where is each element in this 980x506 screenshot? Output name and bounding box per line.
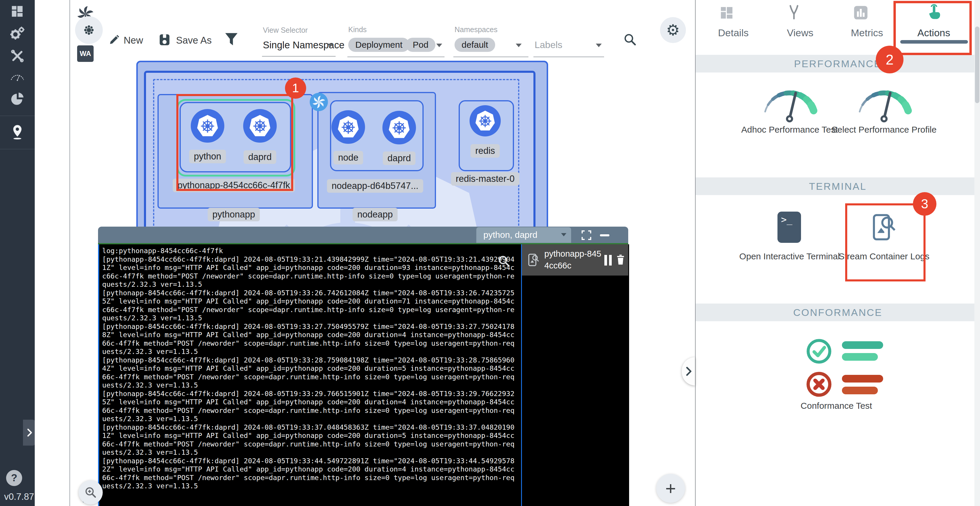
stream-logs-icon [527,253,540,267]
settings-button[interactable]: ⚙ [660,17,686,43]
log-tab[interactable]: pythonapp-8454cc66c [522,244,628,276]
gear-icon: ⚙ [666,22,680,38]
container-redis[interactable] [469,105,501,136]
labels-input[interactable]: Labels [535,40,562,50]
container-label: redis [471,144,500,158]
annotation-box-1 [177,94,293,191]
container-selector-dropdown[interactable]: python, daprd [476,227,571,243]
conformance-check-icon [805,338,832,365]
select-performance-gauge-icon [852,83,916,125]
labels-underline [533,57,604,57]
sidebar-expand-handle[interactable] [23,420,36,445]
section-performance-header: PERFORMANCE [696,55,980,72]
view-selector-dropdown-arrow[interactable] [327,44,333,47]
container-daprd-2[interactable] [382,111,416,144]
kinds-label: Kinds [348,26,367,34]
zoom-in-button[interactable] [79,480,103,504]
log-stream-area[interactable]: log:pythonapp-8454cc66c-4f7fk [pythonapp… [99,244,521,506]
log-header-line: log:pythonapp-8454cc66c-4f7fk [102,247,517,255]
wasm-wa-icon[interactable]: WA [77,45,94,62]
kind-chip-pod[interactable]: Pod [406,38,435,52]
sidebar-divider [0,149,35,149]
kind-chip-deployment[interactable]: Deployment [348,38,409,52]
open-interactive-terminal-action[interactable]: Open Interactive Terminal [737,249,843,264]
annotation-badge-2: 2 [876,46,904,73]
secondary-rail: WA [35,0,70,506]
tab-metrics[interactable]: Metrics [837,27,896,38]
panel-expand-handle[interactable] [682,357,695,385]
container-label: daprd [383,152,415,165]
settings-gears-icon[interactable] [8,24,27,43]
diagram-menu-button[interactable] [75,16,103,44]
pod-label: nodeapp-d64b5747... [327,179,423,193]
dapr-sidecar-badge-icon [310,93,328,111]
magnifier-cursor-icon [497,254,511,268]
conformance-test-action[interactable]: Conformance Test [778,398,895,413]
left-sidebar: v0.7.87 [0,0,35,506]
rail-divider [70,0,70,506]
trash-icon[interactable] [614,253,627,266]
log-entry: [pythonapp-8454cc66c-4f7fk:daprd] 2024-0… [102,255,517,289]
tab-details[interactable]: Details [704,27,763,38]
version-label: v0.7.87 [4,492,34,502]
panel-divider [695,0,696,506]
selector-dropdown-arrow [561,233,566,236]
tools-icon[interactable] [8,47,27,65]
kinds-underline [347,57,444,57]
pie-chart-icon[interactable] [8,89,27,108]
log-entry: [pythonapp-8454cc66c-4f7fk:daprd] 2024-0… [102,423,517,457]
gauge-icon[interactable] [8,67,27,86]
scrollbar-thumb[interactable] [975,27,979,103]
log-entry: [pythonapp-8454cc66c-4f7fk:daprd] 2024-0… [102,356,517,389]
annotation-box-2 [894,1,972,55]
pod-label: redis-master-0 [451,172,519,186]
view-selector-underline [262,56,336,57]
add-button[interactable]: + [656,474,685,503]
search-icon[interactable] [623,32,637,46]
tab-views[interactable]: Views [771,27,830,38]
conformance-cross-icon [805,371,832,398]
app-window: v0.7.87 WA New Save As View Selector Sin… [0,0,980,506]
conformance-cross-bar [842,375,883,383]
conformance-check-bar [842,353,878,361]
adhoc-performance-test-action[interactable]: Adhoc Performance Test [737,122,843,137]
section-conformance-header: CONFORMANCE [696,303,980,321]
dashboard-icon[interactable] [8,2,27,21]
filter-funnel-icon[interactable] [224,31,239,48]
terminal-body: log:pythonapp-8454cc66c-4f7fk [pythonapp… [98,243,628,506]
scrollbar-track[interactable] [974,0,980,506]
namespaces-dropdown-arrow[interactable] [516,44,522,47]
fullscreen-icon[interactable] [581,230,592,241]
save-icon[interactable] [158,33,171,46]
location-pin-icon[interactable] [8,123,27,142]
container-node[interactable] [331,110,365,144]
conformance-cross-bar [842,387,878,394]
new-pencil-icon[interactable] [107,34,120,46]
container-label: node [334,151,363,164]
conformance-check-bar [842,341,883,349]
sidebar-divider [0,115,35,116]
labels-dropdown-arrow[interactable] [596,44,602,47]
log-entry: [pythonapp-8454cc66c-4f7fk:daprd] 2024-0… [102,389,517,423]
kinds-dropdown-arrow[interactable] [436,44,442,47]
group-label: nodeapp [353,208,398,221]
section-terminal-header: TERMINAL [696,177,980,195]
log-entry: [pythonapp-8454cc66c-4f7fk:daprd] 2024-0… [102,322,517,356]
log-entry: [pythonapp-8454cc66c-4f7fk:daprd] 2024-0… [102,289,517,322]
views-tab-icon [786,4,803,21]
details-tab-icon [719,5,736,22]
namespaces-underline [453,57,528,57]
pause-icon[interactable] [605,255,612,265]
new-button[interactable]: New [124,35,143,46]
metrics-tab-icon [853,5,869,21]
namespace-chip-default[interactable]: default [455,38,495,52]
save-as-button[interactable]: Save As [176,35,212,46]
help-icon[interactable] [5,469,23,487]
terminal-window: python, daprd log:pythonapp-8454cc66c-4f… [98,227,628,506]
namespaces-label: Namespaces [455,26,498,34]
select-performance-profile-action[interactable]: Select Performance Profile [831,122,937,137]
annotation-box-3 [845,203,926,281]
minimize-icon[interactable] [600,234,609,236]
terminal-titlebar[interactable]: python, daprd [98,227,628,243]
right-panel: Details Views Metrics Actions PERFORMANC… [696,0,980,506]
